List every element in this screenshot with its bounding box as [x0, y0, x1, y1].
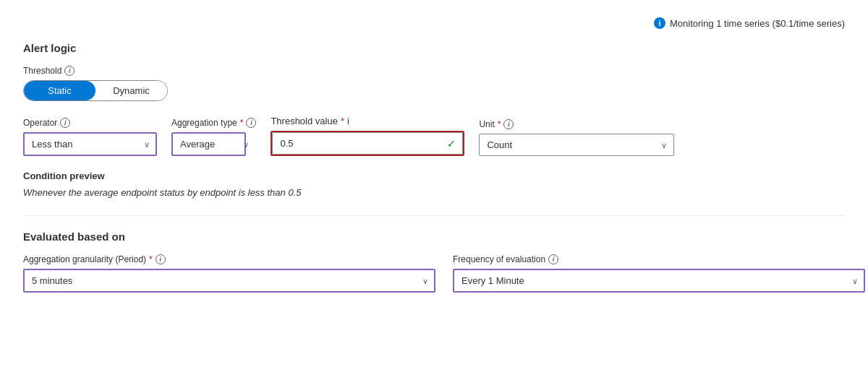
evaluated-based-on-section: Evaluated based on Aggregation granulari…	[23, 230, 845, 293]
threshold-label-text: Threshold	[23, 66, 61, 76]
condition-preview-label: Condition preview	[23, 170, 845, 181]
evaluated-fields-row: Aggregation granularity (Period) * i 5 m…	[23, 254, 845, 293]
top-info-bar: i Monitoring 1 time series ($0.1/time se…	[23, 17, 845, 29]
condition-preview-text: Whenever the average endpoint status by …	[23, 187, 845, 198]
threshold-value-border-wrapper: ✓	[271, 131, 464, 156]
aggregation-granularity-select-wrapper: 5 minutes 1 minute 15 minutes 30 minutes…	[23, 269, 435, 293]
frequency-evaluation-label: Frequency of evaluation i	[453, 254, 865, 264]
aggregation-granularity-required: *	[149, 254, 153, 264]
operator-label-text: Operator	[23, 118, 57, 128]
aggregation-granularity-label-text: Aggregation granularity (Period)	[23, 254, 146, 264]
threshold-value-label-row: Threshold value * i	[271, 116, 464, 126]
monitoring-info-icon: i	[654, 17, 665, 29]
unit-select-wrapper: Count Percent Bytes Milliseconds Seconds…	[479, 134, 674, 156]
operator-field-group: Operator i Less than Greater than Equal …	[23, 118, 157, 156]
aggregation-type-select[interactable]: Average Minimum Maximum Total Count	[171, 132, 246, 156]
threshold-value-label-text: Threshold value	[271, 116, 338, 126]
unit-label-text: Unit	[479, 119, 494, 129]
aggregation-granularity-field-group: Aggregation granularity (Period) * i 5 m…	[23, 254, 435, 293]
aggregation-type-info-icon[interactable]: i	[246, 118, 256, 128]
unit-label: Unit * i	[479, 119, 674, 129]
aggregation-type-label-text: Aggregation type	[171, 118, 237, 128]
threshold-value-info-icon[interactable]: i	[347, 116, 349, 126]
aggregation-type-field-group: Aggregation type * i Average Minimum Max…	[171, 118, 256, 156]
monitoring-info-text: Monitoring 1 time series ($0.1/time seri…	[670, 18, 845, 29]
threshold-dynamic-button[interactable]: Dynamic	[95, 81, 167, 100]
aggregation-type-label: Aggregation type * i	[171, 118, 256, 128]
aggregation-granularity-label: Aggregation granularity (Period) * i	[23, 254, 435, 264]
aggregation-granularity-select[interactable]: 5 minutes 1 minute 15 minutes 30 minutes…	[23, 269, 435, 293]
aggregation-type-select-wrapper: Average Minimum Maximum Total Count ∨	[171, 132, 256, 156]
threshold-label-row: Threshold i	[23, 66, 845, 76]
threshold-value-required: *	[341, 116, 344, 126]
frequency-evaluation-select-wrapper: Every 1 Minute Every 5 Minutes Every 15 …	[453, 269, 865, 293]
alert-logic-title: Alert logic	[23, 42, 845, 54]
threshold-toggle-group: Static Dynamic	[23, 80, 168, 101]
operator-select[interactable]: Less than Greater than Equal to Greater …	[23, 132, 157, 156]
threshold-value-field-group: Threshold value * i ✓	[271, 116, 464, 156]
operator-select-wrapper: Less than Greater than Equal to Greater …	[23, 132, 157, 156]
alert-logic-fields-row: Operator i Less than Greater than Equal …	[23, 116, 845, 156]
section-divider	[23, 215, 845, 216]
frequency-evaluation-select[interactable]: Every 1 Minute Every 5 Minutes Every 15 …	[453, 269, 865, 293]
threshold-value-container: ✓	[272, 132, 463, 155]
threshold-info-icon[interactable]: i	[64, 66, 75, 76]
frequency-evaluation-field-group: Frequency of evaluation i Every 1 Minute…	[453, 254, 865, 293]
aggregation-granularity-info-icon[interactable]: i	[156, 254, 166, 264]
condition-preview-section: Condition preview Whenever the average e…	[23, 170, 845, 198]
unit-info-icon[interactable]: i	[503, 119, 514, 129]
operator-info-icon[interactable]: i	[60, 118, 70, 128]
operator-label: Operator i	[23, 118, 157, 128]
threshold-static-button[interactable]: Static	[24, 81, 95, 100]
unit-field-group: Unit * i Count Percent Bytes Millisecond…	[479, 119, 674, 156]
unit-required: *	[498, 119, 501, 129]
aggregation-type-required: *	[240, 118, 244, 128]
alert-logic-section: Alert logic Threshold i Static Dynamic O…	[23, 42, 845, 156]
frequency-evaluation-info-icon[interactable]: i	[548, 254, 558, 264]
evaluated-section-title: Evaluated based on	[23, 230, 845, 243]
threshold-value-input[interactable]	[272, 132, 463, 155]
frequency-evaluation-label-text: Frequency of evaluation	[453, 254, 545, 264]
unit-select[interactable]: Count Percent Bytes Milliseconds Seconds	[479, 134, 674, 156]
